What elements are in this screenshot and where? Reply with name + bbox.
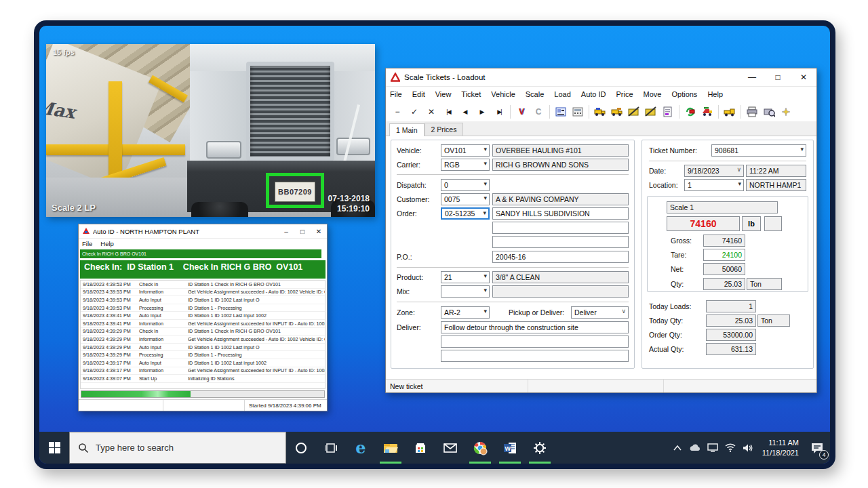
truck-out-off-icon[interactable]: [645, 106, 657, 118]
file-explorer-button[interactable]: [376, 432, 406, 464]
log-row[interactable]: 9/18/2023 4:39:41 PM Information Get Veh…: [81, 320, 325, 328]
taskbar-search-input[interactable]: Type here to search: [69, 432, 286, 464]
scale-menu-item[interactable]: Ticket: [461, 90, 481, 98]
autoid-minimize-button[interactable]: –: [278, 224, 294, 238]
sparkle-icon[interactable]: [780, 106, 792, 118]
scale-menu-item[interactable]: File: [390, 90, 402, 98]
scale-menu-item[interactable]: Help: [707, 90, 723, 98]
date-combo[interactable]: 9/18/2023: [684, 165, 744, 177]
log-row[interactable]: 9/18/2023 4:39:17 PM Information Get Veh…: [81, 367, 325, 375]
scale-menu-item[interactable]: View: [435, 90, 452, 98]
scale-menu-item[interactable]: Price: [616, 90, 633, 98]
log-row[interactable]: 9/18/2023 4:39:17 PM Auto Input ID Stati…: [81, 359, 325, 367]
tare-field[interactable]: 24100: [703, 249, 745, 261]
truck-in-icon[interactable]: [594, 106, 606, 118]
po-input[interactable]: 20045-16: [492, 251, 629, 263]
autoid-menu-item[interactable]: File: [82, 240, 92, 247]
onedrive-tray-button[interactable]: [686, 432, 704, 464]
dump-truck-icon[interactable]: [701, 106, 713, 118]
keypad-icon[interactable]: [572, 106, 584, 118]
next-record-icon[interactable]: ▶: [476, 106, 488, 118]
order-combo[interactable]: 02-51235: [441, 207, 490, 220]
carrier-combo[interactable]: RGB: [441, 159, 490, 171]
chrome-button[interactable]: [465, 432, 495, 464]
truck-out-icon[interactable]: [611, 106, 623, 118]
autoid-maximize-button[interactable]: □: [294, 224, 311, 238]
check-icon[interactable]: ✓: [408, 106, 420, 118]
autoid-titlebar[interactable]: Auto ID - NORTH HAMPTON PLANT – □ ✕: [79, 224, 327, 239]
log-row[interactable]: 9/18/2023 4:39:29 PM Auto Input ID Stati…: [81, 344, 325, 352]
scale-menu-item[interactable]: Move: [644, 90, 662, 98]
autoid-close-button[interactable]: ✕: [311, 224, 327, 238]
deliver-input-2[interactable]: [441, 336, 629, 348]
location-combo[interactable]: 1: [684, 179, 744, 191]
cortana-button[interactable]: [286, 432, 316, 464]
mix-combo[interactable]: [441, 285, 490, 298]
edge-button[interactable]: e: [346, 432, 376, 464]
prev-record-icon[interactable]: ◀: [459, 106, 471, 118]
scale-menu-item[interactable]: Options: [671, 90, 697, 98]
log-row[interactable]: 9/18/2023 4:39:07 PM Start Up Initializi…: [81, 375, 325, 383]
volume-tray-button[interactable]: [739, 432, 757, 464]
cancel-icon[interactable]: ✕: [425, 106, 437, 118]
scale-menu-item[interactable]: Vehicle: [491, 90, 515, 98]
print-icon[interactable]: [746, 106, 758, 118]
scale-close-button[interactable]: ✕: [791, 68, 816, 86]
customer-combo[interactable]: 0075: [441, 193, 490, 205]
start-button[interactable]: [39, 432, 69, 464]
scale-menu-item[interactable]: Auto ID: [581, 90, 606, 98]
autoid-menu-item[interactable]: Help: [100, 240, 114, 247]
vin-icon[interactable]: V: [515, 106, 528, 118]
store-button[interactable]: [406, 432, 435, 464]
zone-combo[interactable]: AR-2: [441, 306, 490, 319]
first-record-icon[interactable]: |◀: [442, 106, 454, 118]
copy-icon[interactable]: C: [532, 106, 545, 118]
tray-chevron-button[interactable]: [669, 432, 686, 464]
log-row[interactable]: 9/18/2023 4:39:53 PM Auto Input ID Stati…: [81, 296, 325, 304]
truck-in-off-icon[interactable]: [628, 106, 640, 118]
settings-button[interactable]: [525, 432, 555, 464]
log-row[interactable]: 9/18/2023 4:39:29 PM Processing ID Stati…: [81, 351, 325, 359]
truck-yellow-icon[interactable]: [724, 106, 736, 118]
scale-minimize-button[interactable]: —: [739, 68, 765, 86]
id-card-icon[interactable]: [555, 106, 567, 118]
order-desc-input-3[interactable]: [492, 236, 629, 248]
dispatch-combo[interactable]: 0: [441, 179, 490, 191]
pickup-deliver-select[interactable]: Deliver: [571, 306, 629, 319]
display-tray-button[interactable]: [704, 432, 722, 464]
taskbar-clock[interactable]: 11:11 AM 11/18/2021: [757, 438, 804, 458]
scale-maximize-button[interactable]: □: [765, 68, 791, 86]
log-row[interactable]: 9/18/2023 4:39:29 PM Information Get Veh…: [81, 336, 325, 344]
scale-menu-item[interactable]: Edit: [412, 90, 425, 98]
log-row[interactable]: 9/18/2023 4:39:29 PM Check In ID Station…: [81, 328, 325, 336]
order-desc-input-2[interactable]: [492, 222, 629, 234]
print-preview-icon[interactable]: [763, 106, 775, 118]
log-row[interactable]: 9/18/2023 4:39:53 PM Information Get Veh…: [81, 289, 325, 297]
log-row[interactable]: 9/18/2023 4:39:53 PM Processing ID Stati…: [81, 304, 325, 312]
loop-truck-icon[interactable]: [684, 106, 696, 118]
ticket-left-group: Vehicle: OV101 OVERBEE HAULING #101 Carr…: [391, 140, 635, 369]
log-row[interactable]: 9/18/2023 4:39:53 PM Check In ID Station…: [81, 281, 325, 289]
mail-button[interactable]: [435, 432, 465, 464]
minus-icon[interactable]: −: [391, 106, 403, 118]
order-desc-input[interactable]: SANDY HILLS SUBDIVISION: [492, 207, 629, 220]
ticket-number-combo[interactable]: 908681: [711, 144, 806, 157]
net-label: Net:: [671, 265, 703, 273]
scale-titlebar[interactable]: Scale Tickets - Loadout — □ ✕: [386, 68, 816, 87]
scale-menu-item[interactable]: Scale: [526, 90, 545, 98]
headlight-left: [206, 141, 241, 159]
tab-main[interactable]: 1 Main: [389, 123, 425, 136]
deliver-input[interactable]: Follow detour through the construction s…: [441, 321, 629, 333]
vehicle-combo[interactable]: OV101: [441, 144, 490, 157]
ticket-doc-icon[interactable]: [662, 106, 674, 118]
log-row[interactable]: 9/18/2023 4:39:41 PM Auto Input ID Stati…: [81, 312, 325, 320]
product-combo[interactable]: 21: [441, 271, 490, 283]
wifi-tray-button[interactable]: [722, 432, 739, 464]
action-center-button[interactable]: 4: [804, 432, 830, 464]
tab-prices[interactable]: 2 Prices: [425, 123, 464, 136]
task-view-button[interactable]: [316, 432, 346, 464]
last-record-icon[interactable]: ▶|: [493, 106, 505, 118]
word-button[interactable]: W: [495, 432, 525, 464]
deliver-input-3[interactable]: [441, 350, 629, 362]
scale-menu-item[interactable]: Load: [554, 90, 570, 98]
